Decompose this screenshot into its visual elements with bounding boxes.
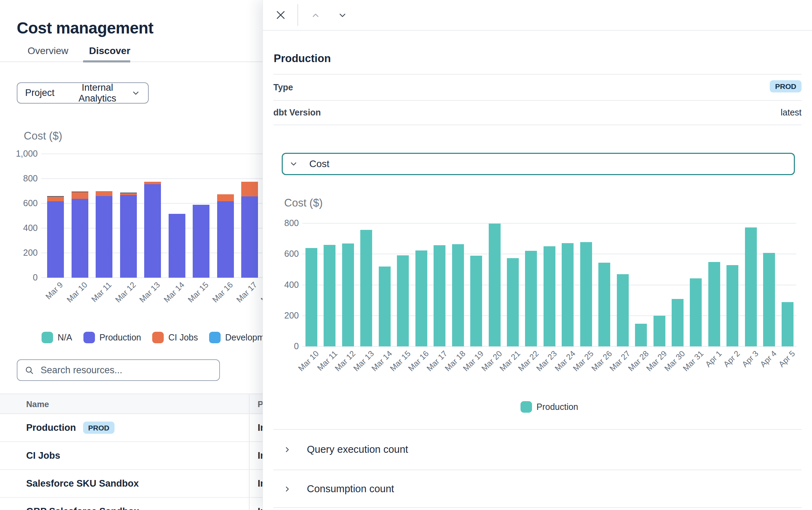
y-axis-tick: 0 [246,341,299,351]
x-axis-tick: Mar 14 [370,349,394,373]
bar-production-mar-9 [47,201,64,278]
x-axis-tick: Apr 1 [703,349,724,369]
bar-production-mar-27 [617,274,629,346]
bar-production-apr-1 [708,262,720,346]
search-resources-box [17,359,220,381]
bar-ci-jobs-mar-11 [96,191,112,196]
bar-production-mar-16 [217,201,234,278]
x-axis-tick: Mar 24 [553,349,577,373]
bar-production-mar-30 [672,299,684,346]
x-axis-tick: Apr 2 [722,349,742,369]
bar-production-apr-5 [782,302,793,346]
x-axis-tick: Mar 31 [681,349,706,373]
x-axis-tick: Mar 12 [113,280,138,305]
environment-details-panel: Production Type PROD dbt Version latest … [263,0,812,510]
x-axis-tick: Mar 15 [388,349,413,373]
bar-production-mar-13 [360,230,372,346]
legend-item-production[interactable]: Production [83,332,141,343]
bar-production-mar-19 [470,256,482,346]
x-axis-tick: Mar 16 [211,280,235,305]
bar-unlabeled-dark-cap-mar-10 [72,192,88,192]
bar-production-mar-29 [654,316,665,346]
search-icon [24,365,34,376]
table-column-divider [249,393,250,510]
legend-label: Production [99,332,141,343]
x-axis-tick: Mar 30 [663,349,687,373]
legend-swatch [152,332,164,343]
bar-production-mar-11 [324,245,335,346]
resource-name: ProductionPROD [26,422,115,434]
bar-production-mar-13 [144,184,161,278]
legend-label: N/A [58,332,72,343]
legend-swatch [209,332,221,343]
x-axis-tick: Mar 14 [162,280,186,305]
x-axis-tick: Mar 26 [590,349,614,373]
bar-unlabeled-dark-cap-mar-12 [120,193,137,193]
bar-production-apr-3 [745,227,757,346]
chevron-right-icon [283,445,291,454]
legend-item-production[interactable]: Production [521,401,578,413]
query-execution-count-label: Query execution count [307,444,408,455]
column-header-name: Name [26,399,49,409]
bar-production-mar-17 [241,196,258,278]
x-axis-tick: Mar 27 [608,349,632,373]
chart-legend: Production [302,401,796,413]
y-axis-tick: 800 [0,173,38,183]
x-axis-tick: Mar 10 [65,280,89,305]
app-root: Cost management Overview Discover Projec… [0,0,812,510]
search-input[interactable] [40,365,212,376]
x-axis-tick: Mar 10 [296,349,321,373]
x-axis-tick: Mar 20 [480,349,504,373]
legend-swatch [83,332,95,343]
bar-ci-jobs-mar-16 [217,194,234,202]
x-axis-tick: Mar 15 [186,280,211,305]
legend-label: CI Jobs [168,332,198,343]
x-axis-tick: Apr 4 [758,349,778,369]
resource-name: CI Jobs [26,450,60,461]
y-axis-tick: 0 [0,272,38,283]
x-axis-tick: Mar 13 [352,349,376,373]
y-axis-tick: 600 [246,249,299,259]
x-axis-tick: Mar 29 [644,349,669,373]
bar-production-mar-23 [544,246,555,346]
x-axis-tick: Mar 13 [138,280,162,305]
gridline [41,178,267,179]
bar-ci-jobs-mar-13 [144,182,161,184]
legend-swatch [42,332,53,343]
bar-production-mar-14 [169,214,185,278]
x-axis-tick: Mar 22 [516,349,541,373]
y-axis-tick: 200 [246,310,299,321]
bar-unlabeled-dark-cap-mar-9 [47,196,64,197]
x-axis-tick: Mar 23 [534,349,559,373]
bar-production-mar-22 [525,251,537,346]
legend-item-ci-jobs[interactable]: CI Jobs [152,332,198,343]
bar-production-mar-25 [580,242,592,346]
x-axis-tick: Mar 16 [406,349,431,373]
x-axis-tick: Apr 3 [740,349,760,369]
x-axis-tick: Mar 17 [425,349,449,373]
x-axis-tick: Apr 5 [777,349,797,369]
bar-production-mar-10 [305,248,317,346]
bar-production-mar-12 [120,195,137,278]
legend-item-n-a[interactable]: N/A [42,332,72,343]
bar-production-mar-18 [452,244,464,346]
bar-production-mar-16 [415,250,427,346]
bar-production-apr-2 [726,265,738,346]
x-axis-tick: Mar 19 [461,349,486,373]
bar-production-mar-20 [489,224,501,346]
bar-ci-jobs-mar-9 [47,197,64,201]
bar-production-mar-17 [434,245,445,346]
x-axis-tick: Mar 9 [44,280,65,301]
x-axis-tick: Mar 18 [443,349,467,373]
chart-legend: N/AProductionCI JobsDevelopment [42,332,276,343]
bar-production-mar-31 [690,278,702,346]
bar-ci-jobs-mar-10 [72,192,88,199]
bar-production-mar-14 [379,267,391,346]
y-axis-tick: 800 [246,218,299,228]
bar-ci-jobs-mar-17 [241,182,258,196]
resource-name: GBP Salesforce Sandbox [26,506,139,510]
gridline [302,223,796,224]
bar-production-mar-21 [507,258,519,346]
y-axis-tick: 600 [0,198,38,208]
bar-production-apr-4 [763,253,775,346]
